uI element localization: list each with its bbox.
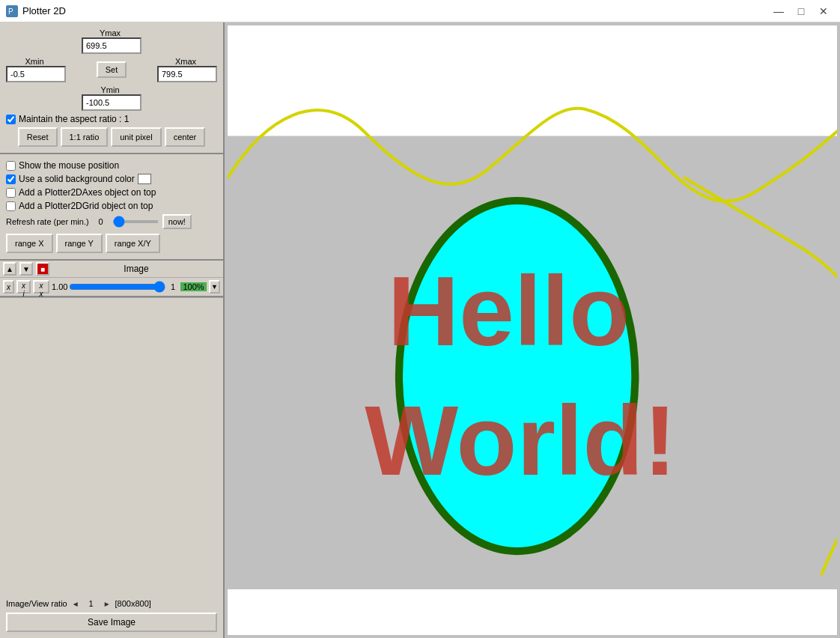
- coordinate-section: Ymax Xmin Set Xmax: [0, 22, 223, 154]
- plot-canvas: Hello World!: [228, 25, 837, 635]
- ymax-input[interactable]: [82, 37, 141, 54]
- set-button[interactable]: Set: [97, 61, 127, 78]
- minimize-button[interactable]: —: [768, 3, 789, 19]
- image-row: x x i x x 1.00 1 100% ▼: [0, 278, 223, 296]
- dropdown-button[interactable]: ▼: [209, 280, 220, 294]
- show-mouse-label: Show the mouse position: [19, 160, 119, 171]
- refresh-row: Refresh rate (per min.) 0 now!: [6, 214, 217, 229]
- xmax-input[interactable]: [157, 66, 217, 82]
- solid-bg-label: Use a solid background color: [19, 174, 135, 184]
- left-panel: Ymax Xmin Set Xmax: [0, 22, 225, 638]
- ratio-right-arrow[interactable]: ►: [103, 600, 111, 608]
- aspect-ratio-row: Maintain the aspect ratio : 1: [6, 114, 217, 124]
- solid-bg-row: Use a solid background color: [6, 174, 217, 184]
- canvas-viewport: Hello World!: [228, 25, 837, 635]
- ymax-label: Ymax: [100, 28, 121, 37]
- svg-rect-4: [228, 589, 837, 635]
- ymin-input[interactable]: [82, 94, 141, 111]
- image-down-button[interactable]: ▼: [19, 262, 33, 276]
- center-button[interactable]: center: [165, 127, 206, 147]
- window-controls: — □ ✕: [768, 3, 834, 19]
- bottom-section: Image/View ratio ◄ 1 ► [800x800] Save Im…: [0, 297, 223, 638]
- svg-text:World!: World!: [365, 385, 676, 496]
- refresh-slider[interactable]: [113, 220, 158, 223]
- image-up-button[interactable]: ▲: [3, 262, 16, 276]
- now-button[interactable]: now!: [162, 214, 192, 229]
- aspect-ratio-checkbox[interactable]: [6, 115, 16, 124]
- refresh-label: Refresh rate (per min.): [6, 217, 89, 226]
- image-section: ▲ ▼ ■ Image x x i x x 1.00 1 100% ▼: [0, 261, 223, 297]
- svg-rect-3: [228, 25, 837, 136]
- main-content: Ymax Xmin Set Xmax: [0, 22, 840, 638]
- maximize-button[interactable]: □: [791, 3, 812, 19]
- coord-buttons-row: Reset 1:1 ratio unit pixel center: [6, 127, 217, 147]
- ratio-left-arrow[interactable]: ◄: [72, 600, 79, 608]
- refresh-value: 0: [94, 217, 109, 226]
- app-title: Plotter 2D: [22, 5, 768, 16]
- x-range-row: Xmin Set Xmax: [6, 57, 217, 82]
- xmax-group: Xmax: [157, 57, 217, 82]
- title-bar: P Plotter 2D — □ ✕: [0, 0, 840, 22]
- xmin-group: Xmin: [6, 57, 66, 82]
- ratio-button[interactable]: 1:1 ratio: [61, 127, 109, 147]
- ratio-row: Image/View ratio ◄ 1 ► [800x800]: [6, 599, 217, 608]
- add-axes-row: Add a Plotter2DAxes object on top: [6, 187, 217, 198]
- ymin-row: Ymin: [6, 85, 217, 111]
- ratio-label: Image/View ratio: [6, 599, 67, 608]
- frame-value: 1: [168, 282, 178, 291]
- svg-text:Hello: Hello: [388, 255, 630, 366]
- save-image-button[interactable]: Save Image: [6, 613, 217, 632]
- xmax-label: Xmax: [175, 57, 196, 66]
- range-buttons-row: range X range Y range X/Y: [6, 234, 217, 253]
- svg-text:P: P: [8, 7, 13, 16]
- resolution-label: [800x800]: [115, 599, 151, 608]
- show-mouse-checkbox[interactable]: [6, 161, 16, 171]
- reset-button[interactable]: Reset: [18, 127, 58, 147]
- opacity-value: 1.00: [52, 282, 67, 291]
- opacity-slider[interactable]: [69, 282, 165, 292]
- options-section: Show the mouse position Use a solid back…: [0, 154, 223, 261]
- unit-pixel-button[interactable]: unit pixel: [111, 127, 161, 147]
- ymax-row: Ymax: [6, 28, 217, 54]
- aspect-ratio-label: Maintain the aspect ratio : 1: [19, 114, 129, 124]
- add-axes-checkbox[interactable]: [6, 188, 16, 198]
- plot-svg: Hello World!: [228, 25, 837, 635]
- add-axes-label: Add a Plotter2DAxes object on top: [19, 187, 156, 198]
- range-xy-button[interactable]: range X/Y: [106, 234, 160, 253]
- bg-color-swatch[interactable]: [138, 174, 151, 184]
- svg-point-5: [399, 201, 635, 551]
- image-xx-button[interactable]: x x: [33, 280, 49, 294]
- add-grid-row: Add a Plotter2DGrid object on top: [6, 201, 217, 211]
- ratio-value: 1: [84, 599, 99, 608]
- ymin-label: Ymin: [100, 85, 119, 94]
- add-grid-checkbox[interactable]: [6, 201, 16, 211]
- solid-bg-checkbox[interactable]: [6, 174, 16, 184]
- close-button[interactable]: ✕: [813, 3, 834, 19]
- image-header: ▲ ▼ ■ Image: [0, 261, 223, 278]
- show-mouse-row: Show the mouse position: [6, 160, 217, 171]
- range-x-button[interactable]: range X: [6, 234, 53, 253]
- range-y-button[interactable]: range Y: [56, 234, 103, 253]
- image-x-button[interactable]: x: [3, 280, 14, 294]
- image-delete-button[interactable]: ■: [36, 262, 49, 276]
- add-grid-label: Add a Plotter2DGrid object on top: [19, 201, 153, 211]
- xmin-input[interactable]: [6, 66, 66, 82]
- app-icon: P: [6, 5, 18, 17]
- percent-value: 100%: [180, 282, 207, 291]
- image-xi-button[interactable]: x i: [16, 280, 31, 294]
- xmin-label: Xmin: [25, 57, 43, 66]
- image-label: Image: [52, 264, 220, 274]
- canvas-area: Hello World!: [225, 22, 840, 638]
